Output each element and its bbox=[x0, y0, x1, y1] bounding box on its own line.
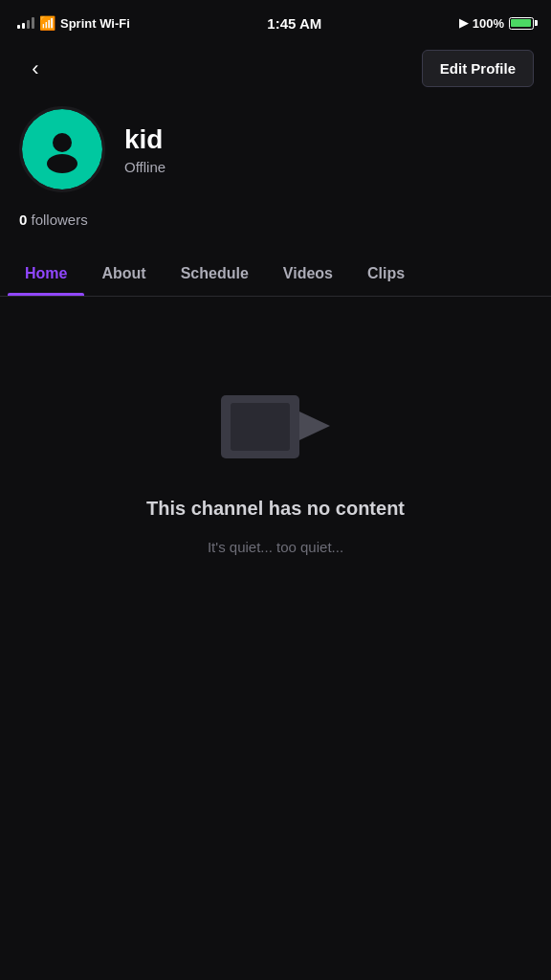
back-chevron-icon: ‹ bbox=[32, 56, 38, 81]
tab-videos[interactable]: Videos bbox=[266, 252, 350, 296]
signal-icon bbox=[17, 17, 34, 29]
followers-label: followers bbox=[32, 212, 88, 228]
empty-content-area: This channel has no content It's quiet..… bbox=[0, 297, 551, 632]
tab-about[interactable]: About bbox=[84, 252, 163, 296]
carrier-label: Sprint Wi-Fi bbox=[60, 16, 130, 31]
svg-point-0 bbox=[53, 133, 72, 152]
svg-rect-3 bbox=[231, 403, 290, 451]
battery-icon bbox=[509, 17, 534, 30]
avatar bbox=[19, 106, 105, 192]
svg-point-1 bbox=[47, 154, 77, 173]
no-content-icon bbox=[213, 373, 338, 479]
no-content-subtitle: It's quiet... too quiet... bbox=[208, 539, 343, 555]
location-icon: ▶ bbox=[459, 16, 468, 30]
wifi-icon: 📶 bbox=[39, 15, 55, 31]
tab-schedule[interactable]: Schedule bbox=[164, 252, 266, 296]
battery-percentage: 100% bbox=[473, 16, 504, 31]
header: ‹ Edit Profile bbox=[0, 42, 551, 97]
online-status: Offline bbox=[124, 159, 165, 175]
status-bar: 📶 Sprint Wi-Fi 1:45 AM ▶ 100% bbox=[0, 0, 551, 42]
status-left: 📶 Sprint Wi-Fi bbox=[17, 15, 130, 31]
video-camera-icon bbox=[213, 378, 338, 474]
svg-marker-4 bbox=[299, 412, 330, 440]
followers-count: 0 bbox=[19, 212, 27, 228]
status-right: ▶ 100% bbox=[459, 16, 534, 31]
avatar-inner bbox=[22, 109, 102, 189]
edit-profile-button[interactable]: Edit Profile bbox=[422, 50, 534, 87]
profile-info-row: kid Offline bbox=[19, 106, 532, 192]
followers-row: 0 followers bbox=[19, 212, 532, 229]
back-button[interactable]: ‹ bbox=[17, 51, 54, 87]
clock: 1:45 AM bbox=[267, 15, 321, 32]
tab-clips[interactable]: Clips bbox=[350, 252, 422, 296]
username: kid bbox=[124, 124, 165, 155]
followers-text: 0 followers bbox=[19, 212, 88, 228]
profile-section: kid Offline 0 followers bbox=[0, 97, 551, 252]
no-content-title: This channel has no content bbox=[146, 498, 405, 520]
profile-text: kid Offline bbox=[124, 124, 165, 175]
tabs-container: Home About Schedule Videos Clips bbox=[0, 252, 551, 297]
user-icon bbox=[38, 125, 86, 173]
tab-home[interactable]: Home bbox=[8, 252, 84, 296]
